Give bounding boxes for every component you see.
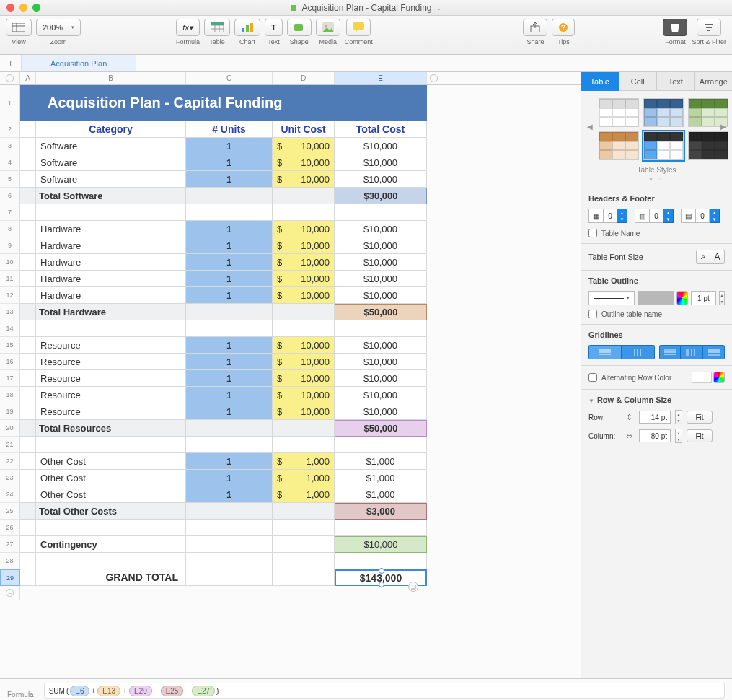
cell[interactable]: $10,000 (335, 287, 427, 304)
cell[interactable]: Unit Cost (273, 121, 335, 138)
cell[interactable] (186, 503, 273, 520)
cell[interactable] (186, 520, 273, 536)
row-header[interactable]: 12 (0, 287, 20, 304)
cell[interactable] (20, 536, 36, 553)
styles-next-icon[interactable]: ▶ (720, 123, 726, 131)
cell[interactable]: 1 (186, 221, 273, 237)
cell[interactable]: $10,000 (335, 138, 427, 154)
cell[interactable] (20, 470, 36, 486)
table-handle-bottomright[interactable] (408, 582, 418, 592)
inspector-tab-text[interactable]: Text (657, 72, 695, 91)
spreadsheet-canvas[interactable]: A B C D E 123456789101112131415161718192… (0, 72, 581, 678)
cell[interactable] (20, 304, 36, 320)
cell[interactable] (20, 403, 36, 420)
cell[interactable] (20, 171, 36, 188)
row-header[interactable]: 21 (0, 437, 20, 453)
cell[interactable] (20, 553, 36, 569)
cell[interactable] (273, 569, 335, 586)
cell[interactable] (36, 320, 186, 337)
cell[interactable]: Hardware (36, 287, 186, 304)
header-cols-stepper[interactable]: ▥0▲▼ (635, 209, 674, 223)
chevron-down-icon[interactable]: ⌄ (436, 4, 442, 12)
spreadsheet-grid[interactable]: Acquisition Plan - Capital FundingCatego… (20, 85, 427, 600)
cell[interactable] (186, 188, 273, 204)
cell[interactable]: $10,000 (273, 171, 335, 188)
row-header[interactable]: 28 (0, 553, 20, 569)
cell[interactable] (186, 536, 273, 553)
row-header[interactable]: 11 (0, 271, 20, 287)
row-header[interactable]: 22 (0, 453, 20, 470)
table-handle-topleft[interactable] (6, 74, 14, 82)
cell[interactable]: Other Cost (36, 486, 186, 503)
row-header[interactable]: 25 (0, 503, 20, 520)
cell[interactable] (335, 437, 427, 453)
cell[interactable]: Total Software (36, 188, 186, 204)
row-header[interactable]: 13 (0, 304, 20, 320)
cell[interactable] (273, 188, 335, 204)
cell[interactable] (273, 420, 335, 437)
cell[interactable]: $1,000 (273, 453, 335, 470)
cell[interactable] (36, 204, 186, 221)
cell[interactable]: $1,000 (273, 470, 335, 486)
cell[interactable] (273, 437, 335, 453)
cell[interactable] (20, 354, 36, 370)
table-style-swatch[interactable] (643, 98, 684, 127)
formula-chip[interactable]: E25 (161, 686, 184, 696)
cell[interactable]: 1 (186, 387, 273, 403)
row-header[interactable]: 27 (0, 536, 20, 553)
cell[interactable] (186, 204, 273, 221)
share-button[interactable] (523, 19, 547, 36)
cell[interactable] (20, 486, 36, 503)
add-sheet-button[interactable]: + (0, 55, 22, 71)
cell[interactable]: $10,000 (335, 403, 427, 420)
cell[interactable] (186, 569, 273, 586)
col-header-E[interactable]: E (335, 72, 427, 84)
cell[interactable] (273, 304, 335, 320)
cell[interactable]: $10,000 (273, 387, 335, 403)
cell[interactable]: Resource (36, 403, 186, 420)
media-button[interactable] (316, 19, 340, 36)
cell[interactable]: Hardware (36, 221, 186, 237)
cell[interactable] (20, 121, 36, 138)
row-header[interactable]: 10 (0, 254, 20, 271)
header-rows-stepper[interactable]: ▦0▲▼ (588, 209, 627, 223)
shape-button[interactable] (287, 19, 312, 36)
cell[interactable]: $10,000 (335, 154, 427, 171)
cell[interactable]: 1 (186, 138, 273, 154)
cell[interactable]: $10,000 (273, 370, 335, 387)
cell[interactable] (36, 520, 186, 536)
cell[interactable] (20, 85, 36, 121)
cell[interactable]: $10,000 (273, 154, 335, 171)
cell[interactable]: $10,000 (273, 221, 335, 237)
cell[interactable] (335, 204, 427, 221)
cell[interactable]: $1,000 (273, 486, 335, 503)
cell[interactable]: $10,000 (335, 271, 427, 287)
cell[interactable]: 1 (186, 287, 273, 304)
alternating-color-well[interactable] (692, 372, 712, 383)
minimize-window-button[interactable] (19, 4, 27, 12)
row-fit-button[interactable]: Fit (687, 411, 713, 424)
row-header[interactable]: 5 (0, 171, 20, 188)
formula-chip[interactable]: E6 (70, 686, 89, 696)
row-header[interactable]: 2 (0, 121, 20, 138)
cell[interactable] (20, 204, 36, 221)
alternating-row-checkbox[interactable]: Alternating Row Color (588, 373, 671, 382)
cell[interactable]: $3,000 (335, 503, 427, 520)
cell[interactable]: Other Cost (36, 453, 186, 470)
formula-chip[interactable]: E13 (97, 686, 120, 696)
cell[interactable]: Resource (36, 337, 186, 354)
comment-button[interactable] (346, 19, 371, 36)
format-button[interactable] (663, 19, 687, 36)
zoom-select[interactable]: 200%▾ (36, 19, 81, 36)
col-header-C[interactable]: C (186, 72, 273, 84)
row-header[interactable]: 18 (0, 387, 20, 403)
outline-width-stepper[interactable]: ▲▼ (719, 291, 725, 305)
view-button[interactable] (6, 19, 32, 36)
cell[interactable] (20, 154, 36, 171)
cell[interactable]: GRAND TOTAL (36, 569, 186, 586)
cell[interactable]: 1 (186, 470, 273, 486)
cell[interactable] (335, 320, 427, 337)
cell[interactable]: $30,000 (335, 188, 427, 204)
cell[interactable] (20, 503, 36, 520)
cell[interactable] (186, 437, 273, 453)
